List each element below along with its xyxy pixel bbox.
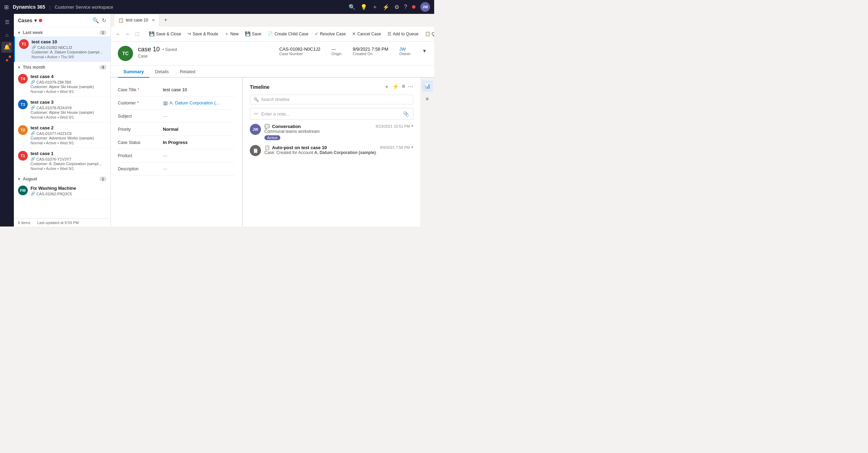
- save-button[interactable]: 💾 Save: [242, 29, 264, 38]
- link-icon-fm: 🔗: [30, 191, 35, 196]
- link-icon-active: 🔗: [32, 45, 36, 50]
- nav-dot[interactable]: ●: [1, 54, 12, 65]
- case-item-test-case-10[interactable]: T1 test case 10 🔗 CAS-01082-N0C1J2 Custo…: [14, 36, 111, 62]
- cases-dropdown-icon[interactable]: ▾: [34, 18, 37, 23]
- meta-owner-label: Owner: [400, 52, 411, 56]
- record-expand-btn[interactable]: ▾: [422, 46, 427, 55]
- help-icon[interactable]: ?: [404, 4, 407, 10]
- form-row-priority: Priority Normal: [118, 123, 235, 136]
- form-value-priority: Normal: [163, 126, 235, 132]
- case-customer-2: Customer: Adventure Works (sample): [30, 136, 106, 140]
- nav-home[interactable]: ☰: [1, 17, 12, 28]
- timeline-note-placeholder: Enter a note...: [261, 111, 290, 117]
- group-last-week-toggle[interactable]: ▾: [18, 31, 20, 35]
- case-item-test-case-2[interactable]: T2 test case 2 🔗 CAS-01077-H2Z1C9 Custom…: [14, 122, 111, 148]
- case-item-test-case-4[interactable]: T4 test case 4 🔗 CAS-01079-Z8K7B8 Custom…: [14, 71, 111, 97]
- case-item-test-case-1[interactable]: T1 test case 1 🔗 CAS-01076-Y1V3Y7 Custom…: [14, 148, 111, 174]
- top-nav: ⊞ Dynamics 365 | Customer Service worksp…: [0, 0, 434, 14]
- cancel-case-button[interactable]: ✕ Cancel Case: [349, 29, 384, 38]
- last-updated: Last updated at 9:59 PM: [37, 221, 79, 225]
- form-row-case-title: Case Title * test case 10: [118, 83, 235, 96]
- form-row-description: Description ---: [118, 162, 235, 176]
- meta-case-number-value: CAS-01082-N0C1J2: [279, 46, 321, 52]
- attach-icon[interactable]: 📎: [403, 111, 409, 117]
- nav-activity[interactable]: 🔔: [1, 42, 12, 53]
- group-august-toggle[interactable]: ▾: [18, 177, 20, 181]
- case-customer-4: Customer: Alpine Ski House (sample): [30, 85, 106, 89]
- meta-origin-label: Origin: [332, 52, 342, 56]
- group-this-month-toggle[interactable]: ▾: [18, 65, 20, 70]
- sidebar-refresh-icon[interactable]: ↻: [102, 17, 106, 24]
- create-child-label: Create Child Case: [274, 32, 308, 36]
- timeline-item-autopost: 📋 📋 Auto-post on test case 10 Case:: [250, 145, 413, 156]
- status-dot: [412, 5, 415, 9]
- timeline-item-title-autopost: Auto-post on test case 10: [272, 145, 327, 150]
- meta-origin-value: ---: [332, 46, 342, 52]
- conversation-icon: 💬: [264, 124, 270, 129]
- case-item-fix-washing[interactable]: FM Fix Washing Machine 🔗 CAS-01062-P8Q3C…: [14, 183, 111, 199]
- create-child-case-button[interactable]: 📄 Create Child Case: [265, 29, 311, 38]
- sidebar-search-icon[interactable]: 🔍: [93, 17, 99, 24]
- filter-icon[interactable]: ⚡: [383, 4, 389, 10]
- user-avatar[interactable]: JW: [420, 2, 430, 12]
- form-label-subject: Subject: [118, 113, 163, 119]
- form-section: Case Title * test case 10 Customer * 🏢 A…: [111, 78, 243, 226]
- form-value-customer[interactable]: 🏢 A. Datum Corporation (...: [163, 100, 235, 105]
- group-this-month: ▾ This month 4: [14, 62, 111, 71]
- new-icon: ＋: [225, 31, 229, 37]
- tab-add-btn[interactable]: ＋: [161, 16, 170, 24]
- timeline-filter-btn[interactable]: ⚡: [392, 83, 399, 91]
- save-close-label: Save & Close: [156, 32, 181, 36]
- new-button[interactable]: ＋ New: [222, 29, 242, 39]
- right-rail-activity[interactable]: 📊: [422, 80, 433, 92]
- cases-title[interactable]: Cases ▾: [18, 18, 42, 23]
- add-icon[interactable]: ＋: [372, 3, 378, 11]
- tab-test-case-10[interactable]: 📋 test case 10 ✕: [114, 14, 159, 26]
- timeline-search-bar[interactable]: 🔍 Search timeline: [250, 95, 413, 104]
- form-row-product: Product ---: [118, 149, 235, 162]
- timeline-add-btn[interactable]: ＋: [384, 83, 389, 91]
- grid-icon[interactable]: ⊞: [4, 4, 9, 10]
- timeline-section: Timeline ＋ ⚡ ≡ ⋯ 🔍 Search timeline: [243, 78, 420, 226]
- form-label-case-status: Case Status: [118, 139, 163, 145]
- resolve-case-button[interactable]: ✓ Resolve Case: [312, 29, 349, 38]
- right-rail-list[interactable]: ≡: [422, 93, 433, 104]
- pop-out-button[interactable]: ⬚: [132, 29, 142, 38]
- tab-related[interactable]: Related: [174, 66, 201, 78]
- case-id-2: 🔗 CAS-01077-H2Z1C9: [30, 131, 106, 136]
- timeline-item-sub-conversation: Communal teams workstream: [264, 129, 376, 134]
- form-row-customer: Customer * 🏢 A. Datum Corporation (...: [118, 96, 235, 110]
- back-button[interactable]: ←: [114, 29, 123, 39]
- timeline-avatar-autopost: 📋: [250, 145, 261, 156]
- tab-summary[interactable]: Summary: [118, 66, 149, 78]
- timeline-more-btn[interactable]: ⋯: [408, 83, 413, 91]
- case-avatar-t2: T2: [18, 125, 28, 135]
- sidebar-header: Cases ▾ 🔍 ↻: [14, 14, 111, 27]
- lightbulb-icon[interactable]: 💡: [360, 4, 367, 10]
- save-route-button[interactable]: ↪ Save & Route: [185, 29, 221, 38]
- meta-owner-value[interactable]: JW: [400, 46, 411, 52]
- timeline-item-sub-autopost: Case: Created for Account A. Datum Corpo…: [264, 150, 380, 155]
- autopost-expand-icon[interactable]: ▾: [411, 145, 413, 149]
- case-item-test-case-3[interactable]: T3 test case 3 🔗 CAS-01078-R3X4Y8 Custom…: [14, 97, 111, 122]
- forward-button[interactable]: →: [123, 29, 132, 39]
- case-avatar-t3: T3: [18, 100, 28, 109]
- timeline-search-placeholder: Search timeline: [261, 97, 290, 102]
- timeline-time-autopost: 9/9/2021 7:58 PM ▾: [380, 145, 413, 149]
- settings-icon[interactable]: ⚙: [394, 4, 399, 10]
- tab-details[interactable]: Details: [149, 66, 174, 78]
- add-to-queue-button[interactable]: ☰ Add to Queue: [385, 29, 421, 38]
- icon-rail: ☰ ⌂ 🔔 ●: [0, 14, 14, 226]
- conversation-expand-icon[interactable]: ▾: [411, 124, 413, 128]
- save-close-button[interactable]: 💾 Save & Close: [146, 29, 184, 38]
- queue-item-details-button[interactable]: 📋 Queue Item Details: [422, 29, 434, 38]
- sidebar: Cases ▾ 🔍 ↻ ▾ Last week 1 T1: [14, 14, 111, 226]
- case-id-fm: 🔗 CAS-01062-P8Q3C5: [30, 191, 106, 196]
- search-icon[interactable]: 🔍: [349, 4, 356, 10]
- timeline-view-btn[interactable]: ≡: [402, 83, 405, 91]
- timeline-note-area[interactable]: ✏ Enter a note... 📎: [250, 108, 413, 120]
- form-label-product: Product: [118, 153, 163, 158]
- timeline-row-autopost: 📋 Auto-post on test case 10 Case: Create…: [264, 145, 413, 155]
- nav-home-icon[interactable]: ⌂: [1, 29, 12, 40]
- tab-close-btn[interactable]: ✕: [152, 18, 155, 23]
